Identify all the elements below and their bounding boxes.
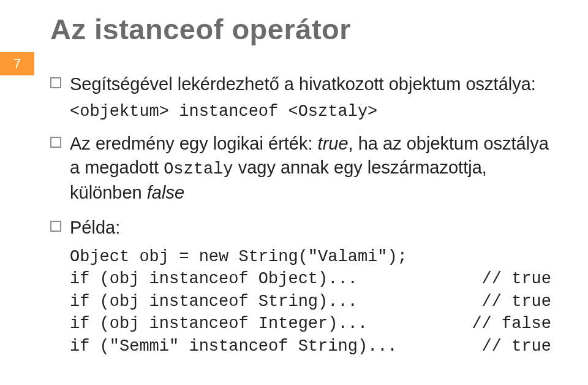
code-line: if ("Semmi" instanceof String)... // tru… (70, 335, 551, 357)
bullet-text: Az eredmény egy logikai érték: true, ha … (70, 132, 551, 205)
code-comment: // false (472, 313, 551, 335)
bullet-square-icon (50, 137, 61, 148)
bullet-text: Segítségével lekérdezhető a hivatkozott … (70, 72, 551, 96)
code-line: if (obj instanceof Object)... // true (70, 268, 551, 290)
slide-title: Az istanceof operátor (50, 12, 351, 46)
text-italic-true: true (318, 134, 349, 153)
bullet-square-icon (50, 221, 61, 232)
code-text: if (obj instanceof Object)... (70, 268, 358, 290)
code-line: Object obj = new String("Valami"); (70, 246, 551, 268)
code-block: Object obj = new String("Valami"); if (o… (70, 246, 551, 357)
slide: Az istanceof operátor 7 Segítségével lek… (0, 0, 588, 385)
bullet-item: Az eredmény egy logikai érték: true, ha … (50, 132, 551, 205)
code-comment: // true (482, 291, 551, 313)
code-inline: Osztaly (164, 160, 233, 178)
bullet-item: Segítségével lekérdezhető a hivatkozott … (50, 72, 551, 96)
text-italic-false: false (147, 183, 184, 202)
code-line: if (obj instanceof String)... // true (70, 291, 551, 313)
code-text: if ("Semmi" instanceof String)... (70, 335, 398, 357)
text-fragment: Az eredmény egy logikai érték: (70, 134, 318, 153)
code-text: Object obj = new String("Valami"); (70, 246, 407, 268)
bullet-square-icon (50, 77, 61, 88)
code-text: if (obj instanceof String)... (70, 291, 358, 313)
code-comment: // true (482, 268, 551, 290)
code-line: if (obj instanceof Integer)... // false (70, 313, 551, 335)
bullet-text: Példa: (70, 216, 551, 240)
page-number: 7 (13, 56, 21, 72)
code-text: if (obj instanceof Integer)... (70, 313, 368, 335)
content-area: Segítségével lekérdezhető a hivatkozott … (50, 65, 551, 357)
code-inline-syntax: <objektum> instanceof <Osztaly> (70, 102, 551, 121)
code-comment: // true (482, 335, 551, 357)
bullet-item: Példa: (50, 216, 551, 240)
page-number-badge: 7 (0, 52, 34, 75)
